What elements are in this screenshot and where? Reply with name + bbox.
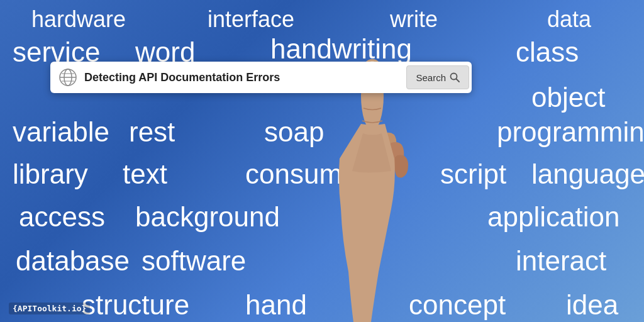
- word-data: data: [547, 6, 591, 33]
- word-hand: hand: [245, 289, 307, 321]
- word-background: background: [135, 201, 280, 233]
- word-idea: idea: [566, 289, 618, 321]
- globe-icon: [58, 67, 78, 87]
- word-hardware: hardware: [31, 6, 126, 33]
- search-input[interactable]: [84, 71, 406, 84]
- word-structure: structure: [82, 289, 189, 321]
- word-language: language: [531, 158, 644, 190]
- search-button-label: Search: [416, 72, 446, 83]
- hand-illustration: [303, 58, 441, 322]
- word-text: text: [123, 158, 167, 190]
- word-software: software: [142, 245, 246, 277]
- word-object: object: [531, 82, 605, 113]
- word-interact: interact: [516, 245, 606, 277]
- svg-line-9: [457, 79, 460, 82]
- word-database: database: [16, 245, 130, 277]
- word-library: library: [13, 158, 88, 190]
- branding-label: {APIToolkit.io}: [9, 303, 90, 314]
- word-rest: rest: [129, 116, 175, 148]
- search-button[interactable]: Search: [406, 65, 469, 89]
- word-variable: variable: [13, 116, 109, 148]
- word-write: write: [390, 6, 438, 33]
- word-programming: programming: [497, 116, 644, 148]
- word-interface: interface: [208, 6, 294, 33]
- word-access: access: [19, 201, 105, 233]
- word-application: application: [487, 201, 619, 233]
- word-script: script: [440, 158, 506, 190]
- search-bar-wrapper: Search: [50, 62, 472, 93]
- word-class: class: [516, 36, 579, 68]
- search-icon: [450, 72, 460, 82]
- search-bar: Search: [50, 62, 472, 93]
